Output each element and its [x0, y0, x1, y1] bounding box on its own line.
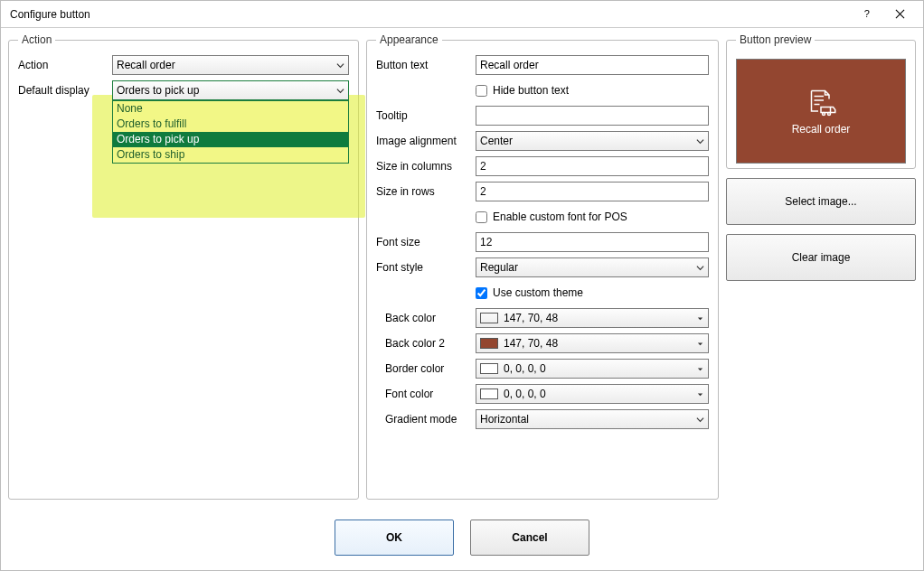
appearance-group: Appearance Button text Hide button text … [366, 33, 719, 500]
chevron-down-icon [336, 61, 344, 70]
use-custom-theme-label: Use custom theme [493, 286, 583, 299]
button-preview-legend: Button preview [736, 33, 815, 46]
option-none[interactable]: None [113, 101, 348, 117]
chevron-down-icon [696, 264, 704, 272]
back-color-value: 147, 70, 48 [504, 312, 693, 324]
dialog-footer: OK Cancel [8, 512, 916, 563]
gradient-mode-label: Gradient mode [376, 413, 476, 426]
action-select[interactable]: Recall order [112, 55, 349, 75]
close-icon [895, 9, 905, 19]
font-color-value: 0, 0, 0, 0 [504, 388, 693, 400]
border-color-picker[interactable]: 0, 0, 0, 0 [476, 359, 709, 379]
back-color2-value: 147, 70, 48 [504, 337, 693, 350]
font-style-value: Regular [480, 261, 518, 274]
configure-button-dialog: Configure button ? Action Action Recall … [0, 0, 924, 571]
border-color-label: Border color [376, 362, 476, 375]
action-group-legend: Action [18, 33, 55, 46]
back-color-picker[interactable]: 147, 70, 48 [476, 308, 709, 328]
default-display-value: Orders to pick up [117, 84, 199, 97]
titlebar: Configure button ? [1, 1, 923, 28]
back-color2-swatch [480, 338, 498, 349]
help-icon: ? [863, 9, 872, 19]
svg-point-3 [828, 113, 831, 116]
chevron-down-icon [696, 340, 704, 348]
option-orders-to-pick-up[interactable]: Orders to pick up [113, 132, 348, 147]
border-color-swatch [480, 363, 498, 374]
font-color-label: Font color [376, 388, 476, 400]
hide-button-text-label: Hide button text [493, 84, 569, 97]
button-preview: Recall order [736, 59, 906, 164]
chevron-down-icon [696, 390, 704, 398]
action-label: Action [18, 59, 112, 71]
hide-button-text-checkbox[interactable] [476, 85, 487, 97]
gradient-mode-select[interactable]: Horizontal [476, 409, 709, 429]
tooltip-input[interactable] [476, 106, 709, 126]
size-rows-input[interactable] [476, 182, 709, 201]
help-button[interactable]: ? [851, 2, 883, 27]
action-select-value: Recall order [117, 59, 175, 71]
chevron-down-icon [696, 416, 704, 424]
svg-rect-1 [821, 108, 831, 113]
font-style-select[interactable]: Regular [476, 257, 709, 277]
cancel-button[interactable]: Cancel [470, 520, 589, 556]
chevron-down-icon [336, 87, 344, 95]
enable-custom-font-checkbox[interactable] [476, 211, 487, 223]
close-button[interactable] [883, 2, 916, 27]
ok-button[interactable]: OK [335, 520, 454, 556]
image-alignment-label: Image alignment [376, 135, 476, 147]
font-color-picker[interactable]: 0, 0, 0, 0 [476, 384, 709, 404]
default-display-select[interactable]: Orders to pick up None Orders to fulfill… [112, 80, 349, 100]
back-color2-label: Back color 2 [376, 337, 476, 350]
back-color-swatch [480, 313, 498, 323]
font-size-input[interactable] [476, 232, 709, 252]
button-preview-group: Button preview Reca [726, 33, 916, 169]
use-custom-theme-checkbox[interactable] [476, 287, 487, 299]
tooltip-label: Tooltip [376, 109, 476, 122]
button-preview-caption: Recall order [792, 123, 851, 136]
font-size-label: Font size [376, 236, 476, 248]
back-color-label: Back color [376, 312, 476, 324]
svg-point-2 [823, 113, 825, 116]
chevron-down-icon [696, 365, 704, 373]
svg-text:?: ? [863, 9, 869, 19]
size-rows-label: Size in rows [376, 185, 476, 198]
recall-order-icon [805, 87, 837, 119]
image-alignment-value: Center [480, 135, 513, 147]
action-group: Action Action Recall order Default displ… [8, 33, 359, 500]
button-text-label: Button text [376, 59, 476, 71]
window-title: Configure button [10, 8, 851, 21]
font-style-label: Font style [376, 261, 476, 274]
option-orders-to-fulfill[interactable]: Orders to fulfill [113, 117, 348, 132]
select-image-button[interactable]: Select image... [726, 178, 916, 225]
button-text-input[interactable] [476, 55, 709, 75]
default-display-options: None Orders to fulfill Orders to pick up… [112, 100, 349, 164]
chevron-down-icon [696, 314, 704, 323]
chevron-down-icon [696, 137, 704, 145]
size-cols-input[interactable] [476, 156, 709, 176]
size-cols-label: Size in columns [376, 160, 476, 173]
enable-custom-font-label: Enable custom font for POS [493, 211, 627, 223]
gradient-mode-value: Horizontal [480, 413, 529, 426]
default-display-label: Default display [18, 84, 112, 97]
font-color-swatch [480, 388, 498, 399]
clear-image-button[interactable]: Clear image [726, 234, 916, 281]
border-color-value: 0, 0, 0, 0 [504, 362, 693, 375]
image-alignment-select[interactable]: Center [476, 131, 709, 151]
option-orders-to-ship[interactable]: Orders to ship [113, 147, 348, 163]
back-color2-picker[interactable]: 147, 70, 48 [476, 333, 709, 353]
appearance-group-legend: Appearance [376, 33, 442, 46]
